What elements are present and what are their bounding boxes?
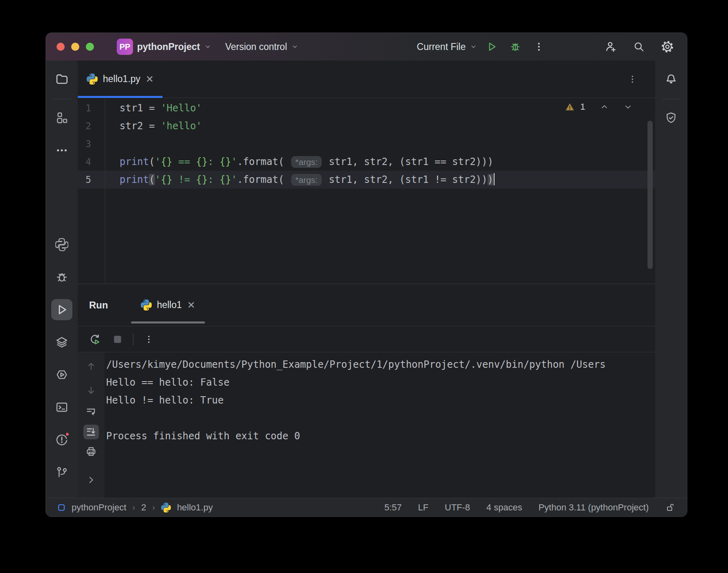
console-more-options-button[interactable] — [142, 332, 156, 347]
security-analysis-button[interactable] — [660, 107, 682, 128]
run-icon — [55, 303, 68, 316]
code-token: 'Hello' — [161, 102, 202, 114]
indent-widget[interactable]: 4 spaces — [486, 502, 522, 513]
python-console-tool-window-button[interactable] — [51, 364, 72, 385]
run-button[interactable] — [483, 38, 501, 56]
project-selector[interactable]: PP pythonProject — [117, 39, 211, 55]
line-number: 2 — [78, 117, 105, 135]
minimize-window-button[interactable] — [71, 43, 79, 51]
breadcrumb-project[interactable]: pythonProject — [72, 502, 126, 513]
zoom-window-button[interactable] — [86, 43, 94, 51]
run-tab-label: hello1 — [157, 300, 182, 310]
left-tool-window-stripe — [46, 61, 78, 498]
warning-count: 1 — [580, 102, 585, 112]
console-output[interactable]: /Users/kimye/Documents/Python_Example/Pr… — [105, 352, 655, 498]
gear-icon — [661, 40, 674, 53]
chevron-down-icon — [470, 43, 477, 50]
soft-wrap-button[interactable] — [83, 404, 99, 419]
run-configuration-selector[interactable]: Current File — [417, 41, 477, 52]
chevron-down-icon — [204, 43, 211, 50]
more-tool-windows-button[interactable] — [51, 140, 72, 161]
notifications-button[interactable] — [660, 69, 682, 90]
search-icon — [633, 41, 645, 53]
scroll-up-button[interactable] — [83, 359, 99, 373]
code-token: {} — [196, 174, 208, 185]
previous-problem-button[interactable] — [600, 102, 609, 111]
terminal-tool-window-button[interactable] — [51, 397, 72, 418]
search-everywhere-button[interactable] — [630, 38, 648, 56]
print-button[interactable] — [83, 444, 99, 459]
breadcrumb: pythonProject › 2 › hello1.py — [57, 502, 213, 513]
scroll-down-button[interactable] — [83, 383, 99, 398]
code-token: {} — [220, 156, 231, 167]
vcs-widget[interactable]: Version control — [225, 41, 299, 52]
status-bar: pythonProject › 2 › hello1.py 5:57 LF UT… — [46, 498, 687, 517]
line-number: 1 — [78, 99, 105, 117]
text-cursor — [494, 173, 495, 185]
rerun-button[interactable] — [87, 332, 102, 347]
structure-tool-window-button[interactable] — [51, 107, 72, 128]
unlocked-icon[interactable] — [665, 502, 676, 513]
interpreter-widget[interactable]: Python 3.11 (pythonProject) — [538, 502, 649, 513]
inspections-widget[interactable]: 1 — [565, 102, 632, 112]
code-token: ( — [149, 174, 155, 185]
bug-icon — [55, 271, 68, 284]
code-editor[interactable]: 1str1 = 'Hello'2str2 = 'hello'34print('{… — [78, 98, 655, 284]
code-with-me-button[interactable] — [602, 38, 619, 56]
run-toolbar — [78, 326, 655, 352]
run-tool-window-button[interactable] — [51, 299, 72, 320]
kebab-menu-icon — [144, 334, 154, 344]
console-line — [106, 409, 655, 427]
toolbar-divider — [133, 333, 133, 345]
stop-button[interactable] — [110, 332, 125, 347]
code-token: ' — [231, 156, 237, 167]
console-line: Hello != hello: True — [106, 391, 655, 409]
debug-button[interactable] — [506, 38, 524, 56]
version-control-tool-window-button[interactable] — [51, 462, 72, 483]
settings-button[interactable] — [658, 38, 676, 56]
breadcrumb-file[interactable]: hello1.py — [177, 502, 213, 513]
code-token: str1, str2, (str1 != str2)) — [323, 174, 488, 185]
editor-scrollbar[interactable] — [647, 121, 653, 269]
services-tool-window-button[interactable] — [51, 332, 72, 353]
next-problem-button[interactable] — [623, 102, 632, 111]
python-packages-tool-window-button[interactable] — [51, 234, 72, 255]
breadcrumb-folder[interactable]: 2 — [141, 502, 146, 513]
code-line[interactable]: 3 — [78, 135, 655, 153]
debug-tool-window-button[interactable] — [51, 267, 72, 288]
code-token: .format( — [237, 174, 290, 185]
code-token: .format( — [237, 156, 290, 167]
structure-icon — [55, 111, 68, 124]
project-tool-window-button[interactable] — [51, 69, 72, 90]
scroll-to-end-button[interactable] — [83, 425, 99, 439]
close-window-button[interactable] — [57, 43, 65, 51]
problems-tool-window-button[interactable] — [51, 429, 72, 450]
python-file-icon — [161, 503, 171, 512]
code-line[interactable]: 5print('{} != {}: {}'.format( *args: str… — [78, 171, 655, 189]
run-tab-hello1[interactable]: hello1 ✕ — [131, 284, 205, 326]
code-token: == — [172, 156, 196, 167]
code-line[interactable]: 2str2 = 'hello' — [78, 117, 655, 135]
printer-icon — [85, 446, 97, 457]
more-actions-button[interactable] — [530, 38, 548, 56]
code-line[interactable]: 4print('{} == {}: {}'.format( *args: str… — [78, 153, 655, 171]
terminal-icon — [55, 401, 68, 414]
project-icon: PP — [117, 39, 133, 55]
tab-options-button[interactable] — [628, 61, 637, 98]
encoding-widget[interactable]: UTF-8 — [445, 502, 470, 513]
soft-wrap-icon — [85, 406, 97, 417]
console-toolbar — [78, 352, 105, 498]
code-token: : — [208, 174, 220, 185]
close-tab-button[interactable]: ✕ — [146, 74, 154, 84]
line-separator-widget[interactable]: LF — [418, 502, 429, 513]
hexagon-play-icon — [55, 368, 68, 381]
folder-icon — [55, 72, 69, 86]
editor-tab-hello1py[interactable]: hello1.py ✕ — [78, 61, 163, 98]
vcs-label: Version control — [225, 41, 287, 52]
expand-console-toolbar-button[interactable] — [83, 473, 99, 487]
code-token: ' — [155, 156, 161, 167]
chevron-down-icon — [291, 43, 299, 50]
close-run-tab-button[interactable]: ✕ — [187, 300, 195, 310]
caret-position-widget[interactable]: 5:57 — [384, 502, 402, 513]
code-token: print — [120, 174, 149, 185]
